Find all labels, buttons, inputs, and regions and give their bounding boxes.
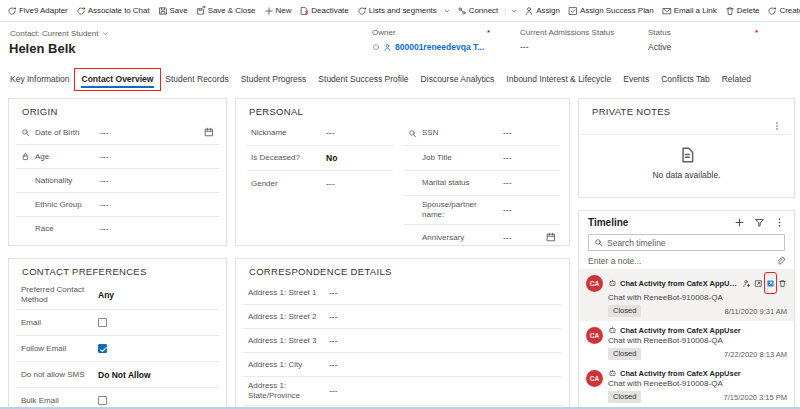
command-save[interactable]: Save <box>156 4 190 18</box>
presence-icon <box>372 43 380 51</box>
chat-activity-icon <box>608 279 617 288</box>
command-label: Lists and segments <box>369 6 437 15</box>
command-label: Save <box>170 6 188 15</box>
field-label: Address 1: Street 3 <box>248 336 326 346</box>
timeline-item-date: 7/22/2020 8:13 AM <box>724 350 787 359</box>
save-icon <box>158 6 168 16</box>
command-new[interactable]: New <box>262 4 294 18</box>
field-value: Any <box>98 290 114 300</box>
filter-icon[interactable] <box>754 217 765 228</box>
open-dynamics-icon[interactable] <box>766 279 775 288</box>
command-label: Email a Link <box>674 6 717 15</box>
tab-events[interactable]: Events <box>622 71 650 87</box>
timeline-search[interactable] <box>588 234 785 251</box>
status-badge: Closed <box>608 348 641 360</box>
field-row: Email <box>16 310 219 336</box>
tab-related[interactable]: Related <box>721 71 752 87</box>
field-value: --- <box>326 128 335 138</box>
command-deactivate[interactable]: Deactivate <box>297 4 350 18</box>
field-row: Is Deceased?No <box>247 146 393 171</box>
timeline-item[interactable]: CAChat Activity from CafeX AppUserChat w… <box>579 364 794 407</box>
field-row: Bulk Email <box>16 388 219 409</box>
tab-student-records[interactable]: Student Records <box>164 71 229 87</box>
timeline-item[interactable]: CAChat Activity from CafeX AppUserChat w… <box>579 321 794 364</box>
field-row: Nationality--- <box>16 169 219 193</box>
calendar-icon <box>204 127 214 137</box>
timeline-search-input[interactable] <box>607 238 779 248</box>
field-row: Spouse/partner name:--- <box>404 196 560 225</box>
command-label: Delete <box>737 6 760 15</box>
command-save-close[interactable]: Save & Close <box>194 4 258 18</box>
field-value: --- <box>100 200 109 210</box>
timeline-item-subtitle: Chat with ReneeBot-910008-QA <box>608 293 787 302</box>
timeline-item-date: 7/15/2020 3:15 PM <box>724 393 787 402</box>
add-icon[interactable] <box>734 217 745 228</box>
command-email-a-link[interactable]: Email a Link <box>660 4 719 18</box>
field-value: --- <box>503 153 512 163</box>
field-value: --- <box>329 312 338 322</box>
field-label: Owner <box>372 28 396 37</box>
calendar-icon <box>546 232 556 242</box>
field-row: Address 1: Street 1--- <box>243 281 562 305</box>
document-icon <box>678 146 696 164</box>
field-label: Email <box>21 318 95 328</box>
section-contact-preferences: CONTACT PREFERENCES Preferred Contact Me… <box>8 258 227 409</box>
flyout-chevron[interactable] <box>443 7 451 15</box>
delete-icon[interactable] <box>778 279 787 288</box>
tab-key-information[interactable]: Key Information <box>9 71 71 87</box>
field-row: Age--- <box>16 145 219 169</box>
connector-icon <box>7 6 17 16</box>
entity-caption[interactable]: Contact: Current Student <box>10 29 109 38</box>
field-label: Address 1: Street 1 <box>248 288 326 298</box>
field-value: --- <box>100 224 109 234</box>
tab-conflicts-tab[interactable]: Conflicts Tab <box>660 71 711 87</box>
section-title: PRIVATE NOTES <box>579 99 794 121</box>
field-label: Race <box>35 224 97 234</box>
tab-contact-overview[interactable]: Contact Overview <box>81 71 155 87</box>
more-vertical-icon <box>774 217 785 228</box>
field-label: Ethnic Group <box>35 200 97 210</box>
calendar-button[interactable] <box>204 127 214 139</box>
tab-discourse-analytics[interactable]: Discourse Analytics <box>420 71 496 87</box>
deactivate-icon <box>299 6 309 16</box>
command-associate-to-chat[interactable]: Associate to Chat <box>74 4 152 18</box>
more-vertical-icon[interactable] <box>774 217 785 228</box>
field-value: --- <box>503 128 512 138</box>
command-connect[interactable]: Connect <box>455 4 500 18</box>
command-lists-and-segments[interactable]: Lists and segments <box>355 4 439 18</box>
field-row: Preferred Contact MethodAny <box>16 281 219 310</box>
field-value: No <box>326 153 337 163</box>
command-assign[interactable]: Assign <box>522 4 562 18</box>
field-label: Do not allow SMS <box>21 370 95 380</box>
timeline-item[interactable]: CAChat Activity from CafeX AppUserChat w… <box>579 269 794 321</box>
checkbox-unchecked[interactable] <box>98 318 107 327</box>
section-title: PERSONAL <box>236 99 569 121</box>
field-row: Follow Email <box>16 336 219 362</box>
field-label: Current Admissions Status <box>520 28 614 37</box>
command-create-invitation[interactable]: Create Invitation <box>765 4 800 18</box>
command-assign-success-plan[interactable]: Assign Success Plan <box>566 4 656 18</box>
calendar-button[interactable] <box>546 232 556 244</box>
tab-student-progress[interactable]: Student Progress <box>240 71 308 87</box>
open-record-icon[interactable] <box>754 279 763 288</box>
more-vertical-icon[interactable] <box>772 121 782 131</box>
field-label: Job Title <box>422 153 500 163</box>
checkbox-unchecked[interactable] <box>98 396 107 405</box>
chat-activity-icon <box>608 369 617 378</box>
checkbox-checked[interactable] <box>98 344 107 353</box>
command-five9-adapter[interactable]: Five9 Adapter <box>5 4 70 18</box>
owner-link[interactable]: 800001reneedevqa T... <box>395 42 484 52</box>
header-field-owner: Owner*800001reneedevqa T... <box>372 28 490 52</box>
paperclip-icon[interactable] <box>775 256 785 266</box>
note-input[interactable] <box>588 256 775 266</box>
tab-inbound-interest-lifecycle[interactable]: Inbound Interest & Lifecycle <box>505 71 612 87</box>
field-label: Is Deceased? <box>251 153 323 163</box>
command-delete[interactable]: Delete <box>723 4 762 18</box>
no-data-text: No data available. <box>579 170 794 180</box>
assign-record-icon[interactable] <box>742 279 751 288</box>
split-chevron[interactable] <box>510 7 518 15</box>
tab-student-success-profile[interactable]: Student Success Profile <box>317 71 409 87</box>
field-value: --- <box>503 233 512 243</box>
field-value: --- <box>503 178 512 188</box>
field-value: --- <box>100 176 109 186</box>
